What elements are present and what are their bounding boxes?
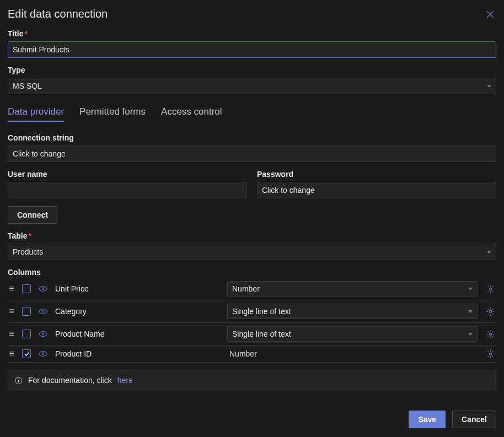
column-name: Unit Price bbox=[55, 284, 221, 293]
username-input[interactable] bbox=[8, 182, 247, 198]
gear-icon[interactable] bbox=[484, 284, 496, 294]
info-icon bbox=[14, 376, 23, 385]
column-row: ≡Product IDNumber bbox=[8, 346, 496, 363]
save-button[interactable]: Save bbox=[409, 411, 446, 428]
chevron-down-icon bbox=[468, 310, 473, 313]
svg-point-5 bbox=[489, 333, 491, 335]
column-type-select[interactable]: Single line of text bbox=[227, 326, 478, 342]
drag-handle-icon[interactable]: ≡ bbox=[8, 306, 15, 316]
tab-permitted-forms[interactable]: Permitted forms bbox=[79, 106, 146, 122]
title-input[interactable] bbox=[8, 41, 496, 58]
column-type-value: Number bbox=[227, 349, 478, 358]
type-label: Type bbox=[8, 66, 496, 74]
svg-point-3 bbox=[489, 310, 491, 312]
chevron-down-icon bbox=[468, 288, 473, 290]
column-checkbox[interactable] bbox=[22, 330, 31, 338]
cancel-button[interactable]: Cancel bbox=[452, 411, 496, 428]
svg-point-1 bbox=[489, 288, 491, 290]
type-select-value: MS SQL bbox=[13, 82, 42, 90]
drag-handle-icon[interactable]: ≡ bbox=[8, 329, 15, 339]
password-label: Password bbox=[257, 170, 496, 179]
drag-handle-icon[interactable]: ≡ bbox=[8, 284, 15, 294]
table-select[interactable]: Products bbox=[8, 244, 496, 260]
dialog-title: Edit data connection bbox=[8, 8, 108, 20]
close-icon[interactable] bbox=[484, 8, 496, 20]
svg-point-2 bbox=[42, 310, 44, 312]
column-type-value: Number bbox=[232, 284, 260, 293]
title-label: Title* bbox=[8, 29, 496, 38]
column-type-select[interactable]: Single line of text bbox=[227, 304, 478, 319]
username-label: User name bbox=[8, 170, 247, 179]
column-name: Product ID bbox=[55, 349, 221, 358]
eye-icon[interactable] bbox=[37, 285, 49, 293]
doc-link[interactable]: here bbox=[117, 376, 133, 385]
tab-access-control[interactable]: Access control bbox=[161, 106, 222, 122]
chevron-down-icon bbox=[468, 333, 473, 336]
column-type-value: Single line of text bbox=[232, 307, 291, 316]
column-name: Category bbox=[55, 307, 221, 316]
column-checkbox[interactable] bbox=[22, 284, 31, 293]
table-select-value: Products bbox=[13, 247, 43, 256]
gear-icon[interactable] bbox=[484, 307, 496, 316]
column-row: ≡CategorySingle line of text bbox=[8, 300, 496, 323]
tab-data-provider[interactable]: Data provider bbox=[8, 106, 64, 122]
eye-icon[interactable] bbox=[37, 307, 49, 315]
column-checkbox[interactable] bbox=[22, 307, 31, 316]
column-type-select[interactable]: Number bbox=[227, 281, 478, 296]
gear-icon[interactable] bbox=[484, 330, 496, 339]
table-label: Table* bbox=[8, 231, 496, 240]
column-row: ≡Product NameSingle line of text bbox=[8, 323, 496, 346]
password-input[interactable] bbox=[257, 182, 496, 198]
column-name: Product Name bbox=[55, 330, 221, 338]
column-row: ≡Unit PriceNumber bbox=[8, 280, 496, 300]
svg-point-6 bbox=[42, 353, 44, 355]
connect-button[interactable]: Connect bbox=[8, 206, 57, 224]
column-checkbox[interactable] bbox=[22, 349, 31, 358]
svg-rect-10 bbox=[18, 378, 18, 379]
svg-point-7 bbox=[489, 353, 491, 355]
columns-label: Columns bbox=[8, 268, 496, 277]
svg-point-0 bbox=[42, 288, 44, 290]
gear-icon[interactable] bbox=[484, 349, 496, 359]
column-type-value: Single line of text bbox=[232, 330, 291, 338]
chevron-down-icon bbox=[487, 251, 491, 253]
eye-icon[interactable] bbox=[37, 350, 49, 358]
chevron-down-icon bbox=[487, 85, 491, 88]
connection-string-input[interactable] bbox=[8, 145, 496, 162]
svg-rect-9 bbox=[18, 380, 18, 382]
doc-text: For documentation, click bbox=[28, 376, 112, 385]
connection-string-label: Connection string bbox=[8, 133, 496, 142]
type-select[interactable]: MS SQL bbox=[8, 78, 496, 94]
drag-handle-icon[interactable]: ≡ bbox=[8, 349, 15, 359]
eye-icon[interactable] bbox=[37, 330, 49, 338]
svg-point-4 bbox=[42, 333, 44, 335]
